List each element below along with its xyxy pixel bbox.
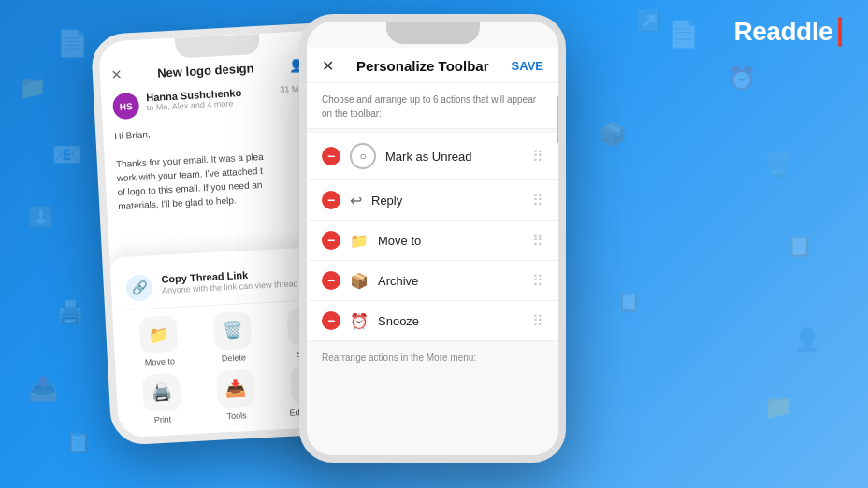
delete-icon: 🗑️ [212,311,252,351]
drag-handle-icon[interactable]: ⠿ [532,148,543,165]
email-close-icon[interactable]: ✕ [111,67,123,83]
toolbar-close-button[interactable]: ✕ [322,57,334,75]
action-print[interactable]: 🖨️ Print [127,372,196,426]
remove-button[interactable]: − [322,311,340,330]
action-move-to[interactable]: 📁 Move to [124,314,194,368]
drag-handle-icon[interactable]: ⠿ [532,312,543,330]
toolbar-header: ✕ Personalize Toolbar SAVE [307,48,558,83]
drag-handle-icon[interactable]: ⠿ [532,232,543,250]
phone-front-notch [386,22,480,44]
remove-button[interactable]: − [322,271,340,290]
move-to-label: Move to [144,356,174,367]
remove-button[interactable]: − [322,147,340,165]
item-move-to-label: Move to [378,234,523,248]
phone-side-button [557,96,561,143]
toolbar-description: Choose and arrange up to 6 actions that … [307,83,558,129]
sender-info: Hanna Sushchenko to Me, Alex and 4 more [146,85,273,112]
print-label: Print [153,414,171,424]
delete-label: Delete [222,352,247,363]
toolbar-title: Personalize Toolbar [356,58,488,74]
phone-front: ✕ Personalize Toolbar SAVE Choose and ar… [299,14,566,463]
email-title: New logo design [157,61,254,79]
list-item[interactable]: − 📦 Archive ⠿ [307,261,558,301]
toolbar-items-list: − ○ Mark as Unread ⠿ − ↩ Reply ⠿ − 📁 Mov… [307,133,558,341]
archive-icon: 📦 [350,272,369,290]
phone-front-screen: ✕ Personalize Toolbar SAVE Choose and ar… [307,22,558,455]
list-item[interactable]: − ○ Mark as Unread ⠿ [307,133,558,180]
readdle-name: Readdle [734,17,832,47]
remove-button[interactable]: − [322,191,340,209]
remove-button[interactable]: − [322,231,340,250]
link-icon: 🔗 [125,274,152,301]
drag-handle-icon[interactable]: ⠿ [532,192,543,209]
item-mark-unread-label: Mark as Unread [385,150,523,164]
list-item[interactable]: − ↩ Reply ⠿ [307,180,558,221]
readdle-bar-accent [838,17,842,47]
item-snooze-label: Snooze [378,314,523,328]
list-item[interactable]: − ⏰ Snooze ⠿ [307,301,558,341]
folder-icon: 📁 [350,232,369,250]
tools-label: Tools [226,410,247,421]
list-item[interactable]: − 📁 Move to ⠿ [307,221,558,261]
toolbar-bottom-text: Rearrange actions in the More menu: [307,341,558,374]
action-delete[interactable]: 🗑️ Delete [198,310,268,365]
reply-icon: ↩ [350,192,362,209]
drag-handle-icon[interactable]: ⠿ [532,272,543,290]
unread-icon: ○ [350,143,376,169]
snooze-icon: ⏰ [350,312,369,330]
move-to-icon: 📁 [138,315,178,354]
sender-avatar: HS [112,93,139,120]
action-tools[interactable]: 📥 Tools [201,368,270,423]
print-icon: 🖨️ [141,373,181,412]
item-reply-label: Reply [371,194,523,208]
toolbar-save-button[interactable]: SAVE [512,59,543,73]
copy-text: Copy Thread Link Anyone with the link ca… [161,266,298,296]
readdle-logo: Readdle [734,17,842,47]
tools-icon: 📥 [216,369,255,409]
item-archive-label: Archive [378,274,523,288]
